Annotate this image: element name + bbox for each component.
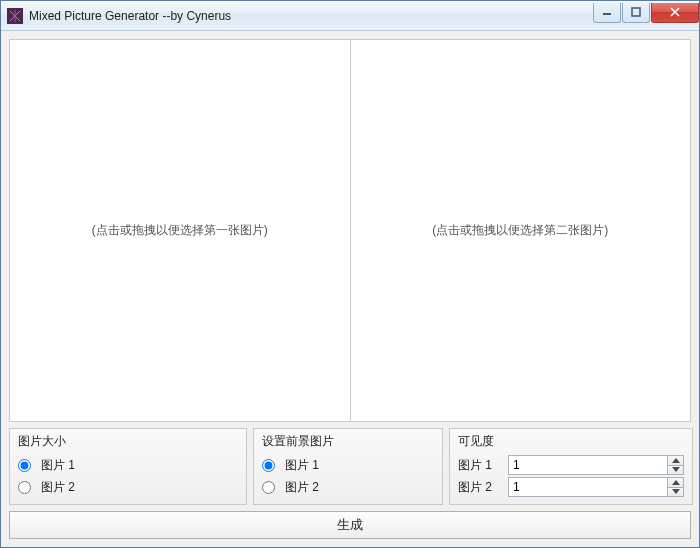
group-image-size-title: 图片大小 <box>18 433 238 450</box>
settings-row: 图片大小 图片 1 图片 2 设置前景图片 图片 1 图片 <box>9 428 691 505</box>
group-visibility-title: 可见度 <box>458 433 684 450</box>
size-radio-2[interactable] <box>18 481 31 494</box>
close-icon <box>669 7 681 17</box>
visibility-1-up-button[interactable] <box>668 456 683 466</box>
app-window: Mixed Picture Generator --by Cynerus (点击… <box>0 0 700 548</box>
svg-marker-10 <box>672 480 680 485</box>
generate-button[interactable]: 生成 <box>9 511 691 539</box>
visibility-label-2: 图片 2 <box>458 479 502 496</box>
svg-rect-4 <box>603 13 611 15</box>
foreground-option-1[interactable]: 图片 1 <box>262 454 434 476</box>
image-drop-panel: (点击或拖拽以便选择第一张图片) (点击或拖拽以便选择第二张图片) <box>9 39 691 422</box>
size-radio-1-label: 图片 1 <box>41 457 75 474</box>
visibility-spinner-2-arrows <box>667 478 683 496</box>
titlebar[interactable]: Mixed Picture Generator --by Cynerus <box>1 1 699 31</box>
visibility-row-1: 图片 1 <box>458 454 684 476</box>
group-visibility: 可见度 图片 1 <box>449 428 693 505</box>
svg-marker-8 <box>672 458 680 463</box>
visibility-2-down-button[interactable] <box>668 488 683 497</box>
app-icon <box>7 8 23 24</box>
foreground-radio-1[interactable] <box>262 459 275 472</box>
size-radio-1[interactable] <box>18 459 31 472</box>
foreground-radio-2[interactable] <box>262 481 275 494</box>
visibility-spinner-2 <box>508 477 684 497</box>
visibility-2-up-button[interactable] <box>668 478 683 488</box>
window-controls <box>592 3 699 23</box>
generate-button-label: 生成 <box>337 516 363 534</box>
client-area: (点击或拖拽以便选择第一张图片) (点击或拖拽以便选择第二张图片) 图片大小 图… <box>1 31 699 547</box>
minimize-icon <box>602 7 612 17</box>
chevron-up-icon <box>672 480 680 485</box>
visibility-row-2: 图片 2 <box>458 476 684 498</box>
visibility-label-1: 图片 1 <box>458 457 502 474</box>
foreground-radio-1-label: 图片 1 <box>285 457 319 474</box>
image-dropzone-1[interactable]: (点击或拖拽以便选择第一张图片) <box>10 40 350 421</box>
maximize-button[interactable] <box>622 3 650 23</box>
close-button[interactable] <box>651 3 699 23</box>
svg-marker-11 <box>672 489 680 494</box>
window-title: Mixed Picture Generator --by Cynerus <box>29 9 231 23</box>
foreground-radio-2-label: 图片 2 <box>285 479 319 496</box>
group-foreground-title: 设置前景图片 <box>262 433 434 450</box>
size-option-2[interactable]: 图片 2 <box>18 476 238 498</box>
image-dropzone-2-hint: (点击或拖拽以便选择第二张图片) <box>432 222 608 239</box>
svg-marker-9 <box>672 467 680 472</box>
visibility-spinner-1-arrows <box>667 456 683 474</box>
group-foreground: 设置前景图片 图片 1 图片 2 <box>253 428 443 505</box>
size-option-1[interactable]: 图片 1 <box>18 454 238 476</box>
visibility-1-down-button[interactable] <box>668 466 683 475</box>
chevron-down-icon <box>672 489 680 494</box>
svg-rect-5 <box>632 8 640 16</box>
visibility-input-2[interactable] <box>509 478 667 496</box>
maximize-icon <box>631 7 641 17</box>
minimize-button[interactable] <box>593 3 621 23</box>
visibility-spinner-1 <box>508 455 684 475</box>
foreground-option-2[interactable]: 图片 2 <box>262 476 434 498</box>
chevron-down-icon <box>672 467 680 472</box>
chevron-up-icon <box>672 458 680 463</box>
size-radio-2-label: 图片 2 <box>41 479 75 496</box>
group-image-size: 图片大小 图片 1 图片 2 <box>9 428 247 505</box>
image-dropzone-2[interactable]: (点击或拖拽以便选择第二张图片) <box>351 40 691 421</box>
visibility-input-1[interactable] <box>509 456 667 474</box>
image-dropzone-1-hint: (点击或拖拽以便选择第一张图片) <box>92 222 268 239</box>
